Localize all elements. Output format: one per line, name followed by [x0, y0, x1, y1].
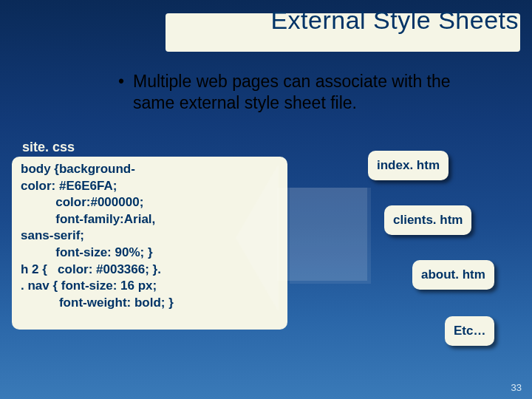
bullet-block: •Multiple web pages can associate with t…: [118, 71, 495, 114]
html-file-box-etc: Etc…: [445, 316, 494, 346]
arrow-icon: [236, 164, 279, 312]
slide-title: External Style Sheets: [270, 6, 519, 35]
page-number: 33: [511, 382, 522, 393]
slide: External Style Sheets •Multiple web page…: [0, 0, 532, 399]
css-filename-label: site. css: [22, 140, 75, 155]
bullet-text: Multiple web pages can associate with th…: [133, 71, 488, 114]
arrow-shadow: [290, 188, 371, 284]
html-file-box-3: about. htm: [412, 260, 494, 290]
bullet-marker: •: [118, 71, 133, 92]
html-file-box-1: index. htm: [368, 151, 449, 180]
html-file-box-2: clients. htm: [384, 205, 471, 235]
